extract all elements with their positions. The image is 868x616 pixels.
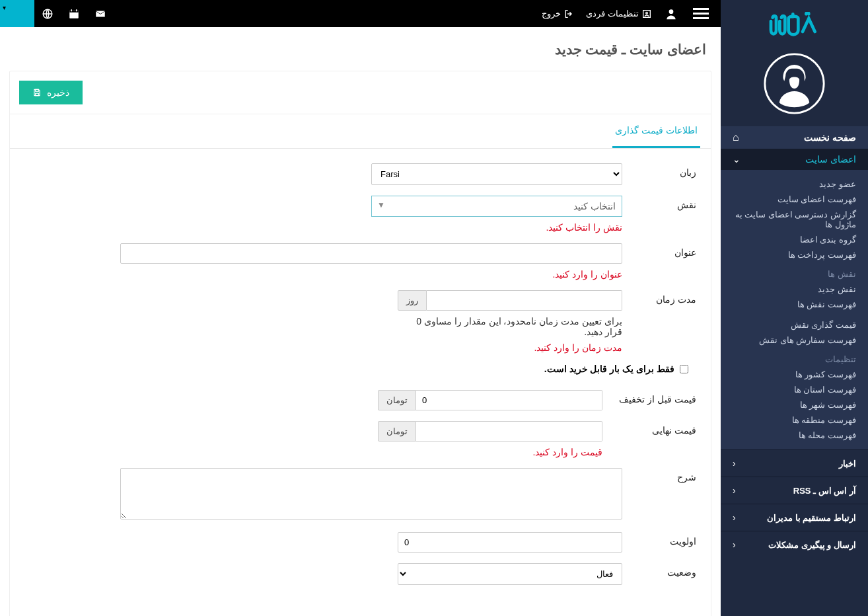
language-switcher[interactable] [0, 0, 34, 27]
svg-rect-7 [36, 89, 39, 91]
nav-members-label: اعضای سایت [805, 154, 856, 165]
chevron-left-icon: ‹ [733, 485, 736, 496]
once-checkbox[interactable] [680, 365, 688, 373]
nav-item[interactable]: ارتباط مستقیم با مدیران ‹ [721, 504, 868, 531]
status-select[interactable]: فعال [398, 563, 622, 585]
duration-addon: روز [398, 290, 427, 311]
sub-heading: تنظیمات [721, 348, 868, 367]
page-title: اعضای سایت ـ قیمت جدید [0, 27, 721, 71]
once-checkbox-label[interactable]: فقط برای یک بار قابل خرید است. [544, 364, 688, 374]
price-before-input[interactable] [416, 390, 602, 410]
logo [721, 0, 868, 47]
tabs: اطلاعات قیمت گذاری [10, 114, 711, 149]
sub-item[interactable]: عضو جدید [721, 176, 868, 192]
sub-item[interactable]: قیمت گذاری نقش [721, 317, 868, 332]
sub-item[interactable]: فهرست منطقه ها [721, 412, 868, 428]
nav-item[interactable]: ارسال و پیگیری مشکلات ‹ [721, 531, 868, 558]
nav-item[interactable]: آر اس اس ـ RSS ‹ [721, 477, 868, 504]
label-role: نقش [630, 196, 696, 210]
label-price-final: قیمت نهایی [610, 421, 696, 436]
svg-point-3 [646, 12, 648, 14]
label-duration: مدت زمان [630, 290, 696, 305]
chevron-left-icon: ‹ [733, 512, 736, 523]
nav-members-submenu: عضو جدید فهرست اعضای سایت گزارش دسترسی ا… [721, 170, 868, 449]
sub-item[interactable]: فهرست سفارش های نقش [721, 332, 868, 348]
svg-rect-8 [36, 93, 39, 96]
svg-point-1 [669, 9, 674, 14]
sub-item[interactable]: فهرست شهر ها [721, 397, 868, 412]
price-error: قیمت را وارد کنید. [378, 447, 602, 457]
currency-addon: تومان [378, 390, 416, 410]
sub-item[interactable]: فهرست نقش ها [721, 297, 868, 312]
mail-icon[interactable] [87, 0, 114, 27]
form-card: ذخیره اطلاعات قیمت گذاری زبان Farsi [9, 71, 711, 616]
nav-home-label: صفحه نخست [804, 132, 856, 143]
sub-item[interactable]: گروه بندی اعضا [721, 232, 868, 247]
personal-settings-link[interactable]: تنظیمات فردی [586, 9, 652, 19]
sub-item[interactable]: نقش جدید [721, 282, 868, 297]
currency-addon: تومان [378, 421, 416, 442]
home-icon: ⌂ [733, 132, 739, 143]
language-select[interactable]: Farsi [371, 163, 622, 185]
nav-members-head[interactable]: اعضای سایت ⌄ [721, 149, 868, 170]
menu-toggle-icon[interactable] [693, 5, 709, 22]
label-status: وضعیت [630, 563, 696, 578]
chevron-left-icon: ‹ [733, 458, 736, 469]
role-select[interactable]: انتخاب کنید ▼ [371, 196, 622, 217]
sub-item[interactable]: فهرست پرداخت ها [721, 247, 868, 262]
nav-item[interactable]: اخبار ‹ [721, 449, 868, 477]
description-textarea[interactable] [120, 468, 622, 520]
sub-item[interactable]: فهرست کشور ها [721, 367, 868, 382]
price-final-input[interactable] [416, 421, 602, 442]
logout-link[interactable]: خروج [542, 9, 574, 19]
duration-error: مدت زمان را وارد کنید. [398, 342, 622, 353]
priority-input[interactable] [398, 532, 622, 553]
sub-item[interactable]: فهرست محله ها [721, 428, 868, 443]
sidebar: صفحه نخست ⌂ اعضای سایت ⌄ عضو جدید فهرست … [721, 0, 868, 616]
topbar: تنظیمات فردی خروج [0, 0, 721, 27]
label-title: عنوان [630, 243, 696, 258]
tab-pricing-info[interactable]: اطلاعات قیمت گذاری [612, 114, 700, 148]
label-desc: شرح [630, 468, 696, 482]
nav-home[interactable]: صفحه نخست ⌂ [721, 126, 868, 149]
calendar-icon[interactable] [61, 0, 87, 27]
duration-input[interactable] [427, 290, 622, 311]
sub-item[interactable]: فهرست استان ها [721, 382, 868, 397]
label-price-before: قیمت قبل از تخفیف [610, 390, 696, 404]
label-priority: اولویت [630, 532, 696, 547]
chevron-down-icon: ⌄ [733, 154, 741, 165]
label-language: زبان [630, 163, 696, 178]
avatar [721, 47, 868, 126]
duration-hint: برای تعیین مدت زمان نامحدود، این مقدار ر… [398, 316, 622, 337]
role-error: نقش را انتخاب کنید. [371, 222, 622, 233]
save-button[interactable]: ذخیره [19, 81, 83, 104]
globe-icon[interactable] [34, 0, 61, 27]
dropdown-arrow-icon: ▼ [377, 200, 385, 210]
sub-heading: نقش ها [721, 262, 868, 282]
chevron-left-icon: ‹ [733, 539, 736, 550]
sub-item[interactable]: فهرست اعضای سایت [721, 192, 868, 207]
user-icon[interactable] [664, 7, 678, 21]
sub-item[interactable]: گزارش دسترسی اعضای سایت به ماژول ها [721, 207, 868, 232]
title-input[interactable] [120, 243, 622, 264]
save-icon [32, 88, 42, 97]
svg-rect-5 [69, 10, 79, 12]
title-error: عنوان را وارد کنید. [120, 269, 622, 280]
page: اعضای سایت ـ قیمت جدید ذخیره اطلاعات قیم… [0, 0, 721, 616]
